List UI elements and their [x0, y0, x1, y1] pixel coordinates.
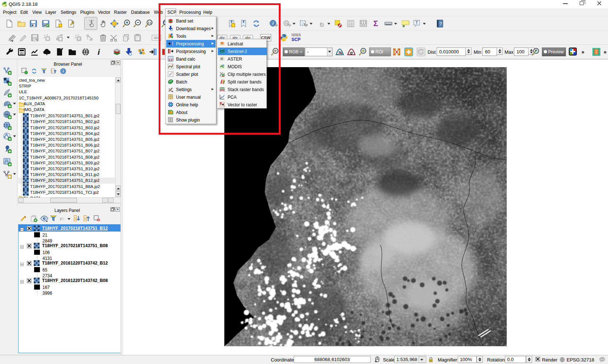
svg-text:i: i: [63, 69, 64, 73]
svg-text:T: T: [416, 20, 418, 25]
svg-text:σ: σ: [350, 50, 353, 56]
svg-text:?: ?: [440, 21, 442, 26]
svg-text:Σ: Σ: [373, 19, 378, 28]
svg-text:%: %: [339, 51, 342, 55]
svg-text:sl: sl: [6, 113, 8, 116]
svg-text:i: i: [98, 48, 100, 56]
svg-text:1:1: 1:1: [148, 21, 151, 24]
